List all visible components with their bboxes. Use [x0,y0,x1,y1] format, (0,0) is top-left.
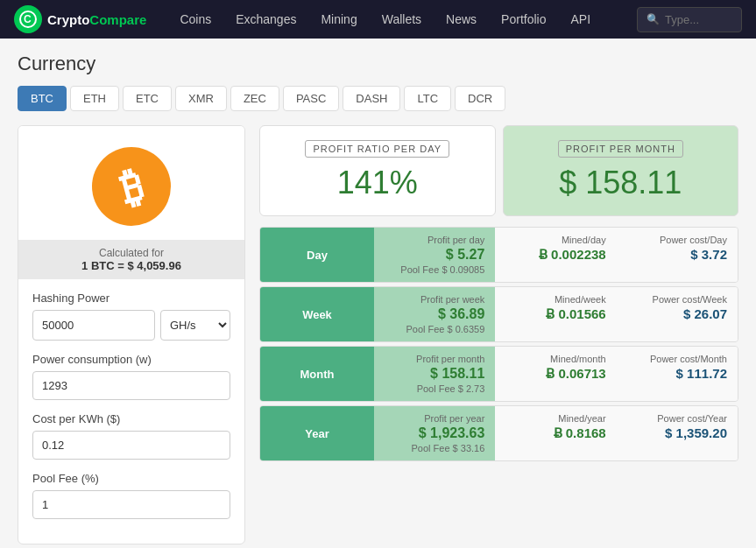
year-mined-cell: Mined/year Ƀ 0.8168 [495,406,616,460]
data-rows: Day Profit per day $ 5.27 Pool Fee $ 0.0… [259,227,738,461]
nav-api[interactable]: API [558,0,603,39]
month-power-value: $ 111.72 [627,366,727,381]
hashing-power-group: Hashing Power GH/s TH/s MH/s [32,292,230,341]
hashing-power-label: Hashing Power [32,292,230,305]
week-mined-label: Mined/week [505,294,605,305]
currency-tabs: BTC ETH ETC XMR ZEC PASC DASH LTC DCR [18,86,738,111]
profit-month-value: $ 158.11 [521,165,721,201]
navbar: C CryptoCompare Coins Exchanges Mining W… [0,0,756,39]
year-profit-cell: Profit per year $ 1,923.63 Pool Fee $ 33… [374,406,495,460]
page-title: Currency [18,53,738,75]
logo-icon: C [14,5,42,33]
search-input[interactable] [665,13,726,26]
calc-info: Calculated for 1 BTC = $ 4,059.96 [18,240,244,279]
day-power-value: $ 3.72 [627,247,727,262]
year-mined-value: Ƀ 0.8168 [505,425,605,441]
search-bar[interactable]: 🔍 [637,7,742,32]
tab-zec[interactable]: ZEC [230,86,279,111]
nav-wallets[interactable]: Wallets [370,0,434,39]
summary-cards: PROFIT RATIO PER DAY 141% PROFIT PER MON… [259,125,738,216]
profit-month-card: PROFIT PER MONTH $ 158.11 [503,125,739,216]
year-pool-fee: Pool Fee $ 33.16 [385,443,484,453]
tab-dcr[interactable]: DCR [455,86,505,111]
main-content: ₿ Calculated for 1 BTC = $ 4,059.96 Hash… [18,125,738,544]
nav-portfolio[interactable]: Portfolio [489,0,558,39]
week-mined-cell: Mined/week Ƀ 0.01566 [495,287,616,341]
logo[interactable]: C CryptoCompare [14,5,146,33]
cost-per-kwh-label: Cost per KWh ($) [32,412,230,425]
nav-coins[interactable]: Coins [167,0,223,39]
table-row: Week Profit per week $ 36.89 Pool Fee $ … [259,286,738,342]
nav-links: Coins Exchanges Mining Wallets News Port… [167,0,603,39]
power-consumption-input[interactable] [32,371,230,400]
calculator-panel: ₿ Calculated for 1 BTC = $ 4,059.96 Hash… [18,125,245,544]
profit-ratio-value: 141% [278,165,477,201]
week-power-value: $ 26.07 [627,306,727,321]
nav-exchanges[interactable]: Exchanges [223,0,308,39]
year-profit-label: Profit per year [385,413,484,424]
month-mined-value: Ƀ 0.06713 [505,366,605,382]
week-profit-cell: Profit per week $ 36.89 Pool Fee $ 0.635… [374,287,495,341]
table-row: Year Profit per year $ 1,923.63 Pool Fee… [259,405,738,461]
period-week: Week [260,287,374,341]
week-profit-value: $ 36.89 [385,306,484,322]
day-power-label: Power cost/Day [627,235,727,245]
month-mined-cell: Mined/month Ƀ 0.06713 [495,347,616,401]
day-mined-value: Ƀ 0.002238 [505,247,605,263]
table-row: Day Profit per day $ 5.27 Pool Fee $ 0.0… [259,227,738,283]
table-row: Month Profit per month $ 158.11 Pool Fee… [259,346,738,402]
btc-icon: ₿ [115,160,147,212]
day-power-cell: Power cost/Day $ 3.72 [617,228,738,282]
power-consumption-label: Power consumption (w) [32,353,230,366]
day-mined-cell: Mined/day Ƀ 0.002238 [495,228,616,282]
day-profit-label: Profit per day [385,235,484,245]
page-content: Currency BTC ETH ETC XMR ZEC PASC DASH L… [0,39,756,548]
day-mined-label: Mined/day [505,235,605,245]
month-mined-label: Mined/month [505,354,605,364]
hashing-power-row: GH/s TH/s MH/s [32,310,230,341]
cost-per-kwh-input[interactable] [32,431,230,460]
profit-month-label: PROFIT PER MONTH [558,140,683,158]
nav-news[interactable]: News [434,0,489,39]
form-area: Hashing Power GH/s TH/s MH/s Power consu… [18,279,244,544]
tab-btc[interactable]: BTC [18,86,67,111]
nav-mining[interactable]: Mining [308,0,369,39]
day-pool-fee: Pool Fee $ 0.09085 [385,264,484,275]
period-year: Year [260,406,374,460]
tab-etc[interactable]: ETC [123,86,172,111]
svg-text:C: C [24,13,32,25]
tab-pasc[interactable]: PASC [283,86,339,111]
month-power-cell: Power cost/Month $ 111.72 [617,347,738,401]
cost-per-kwh-group: Cost per KWh ($) [32,412,230,460]
btc-circle: ₿ [92,147,171,226]
week-pool-fee: Pool Fee $ 0.6359 [385,324,484,334]
pool-fee-group: Pool Fee (%) [32,472,230,519]
search-icon: 🔍 [646,13,660,25]
month-power-label: Power cost/Month [627,354,727,364]
profit-ratio-card: PROFIT RATIO PER DAY 141% [259,125,496,216]
period-day: Day [260,228,374,282]
hashing-unit-select[interactable]: GH/s TH/s MH/s [160,310,230,341]
power-consumption-group: Power consumption (w) [32,353,230,400]
day-profit-cell: Profit per day $ 5.27 Pool Fee $ 0.09085 [374,228,495,282]
year-profit-value: $ 1,923.63 [385,425,484,441]
period-month: Month [260,347,374,401]
year-mined-label: Mined/year [505,413,605,424]
tab-ltc[interactable]: LTC [404,86,451,111]
pool-fee-input[interactable] [32,490,230,519]
tab-eth[interactable]: ETH [70,86,119,111]
month-profit-cell: Profit per month $ 158.11 Pool Fee $ 2.7… [374,347,495,401]
month-pool-fee: Pool Fee $ 2.73 [385,383,484,394]
hashing-power-input[interactable] [32,310,155,341]
calc-for-label: Calculated for [25,247,237,259]
calc-rate: 1 BTC = $ 4,059.96 [81,259,181,272]
month-profit-value: $ 158.11 [385,366,484,382]
week-profit-label: Profit per week [385,294,484,305]
week-power-label: Power cost/Week [627,294,727,305]
coin-icon-area: ₿ [18,126,244,240]
pool-fee-label: Pool Fee (%) [32,472,230,485]
tab-dash[interactable]: DASH [343,86,400,111]
year-power-value: $ 1,359.20 [627,425,727,440]
year-power-label: Power cost/Year [627,413,727,424]
tab-xmr[interactable]: XMR [175,86,227,111]
